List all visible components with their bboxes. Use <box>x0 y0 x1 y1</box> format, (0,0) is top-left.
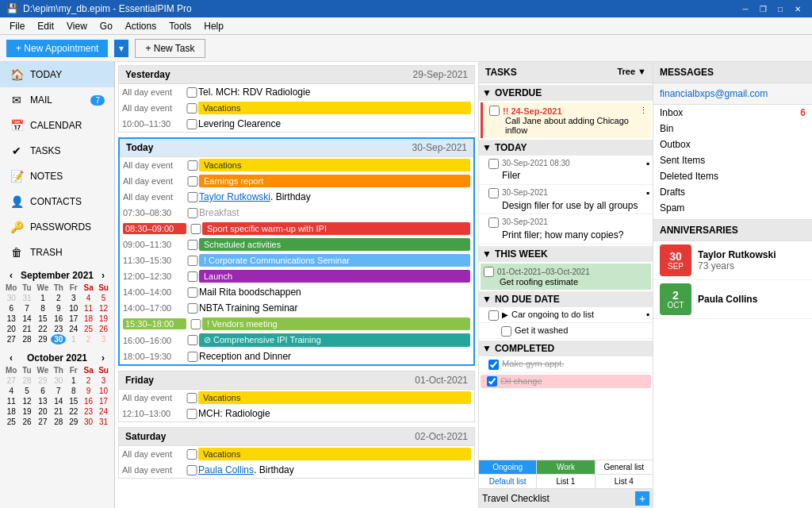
cal-day[interactable]: 6 <box>3 303 20 314</box>
cal-day[interactable]: 22 <box>66 406 81 417</box>
expand-icon[interactable]: ▶ <box>502 310 508 319</box>
event-row[interactable]: 14:00–17:00 NBTA Training Seminar <box>120 300 473 316</box>
new-task-button[interactable]: + New Task <box>135 39 205 58</box>
event-checkbox[interactable] <box>186 192 199 202</box>
task-overdue-action[interactable]: ⋮ <box>639 106 648 116</box>
event-checkbox[interactable] <box>186 208 199 218</box>
anniversary-paula[interactable]: 2 OCT Paula Collins <box>653 280 812 319</box>
task-oil-change[interactable]: Oil change <box>481 375 651 388</box>
tasks-section-today[interactable]: ▼ TODAY <box>479 140 653 156</box>
cal-prev-oct[interactable]: ‹ <box>6 352 16 364</box>
event-row[interactable]: 12:00–12:30 Launch <box>120 268 473 284</box>
cal-day[interactable]: 9 <box>81 386 96 396</box>
cal-day[interactable]: 10 <box>66 303 81 314</box>
cal-day[interactable]: 23 <box>81 406 96 417</box>
msg-drafts[interactable]: Drafts <box>653 184 812 200</box>
tab-work[interactable]: Work <box>537 460 595 474</box>
event-checkbox[interactable] <box>186 103 198 114</box>
event-row[interactable]: All day event Taylor Rutkowski. Birthday <box>120 189 473 205</box>
msg-sent-items[interactable]: Sent Items <box>653 152 812 168</box>
event-row[interactable]: 18:00–19:30 Reception and Dinner <box>120 348 473 364</box>
cal-day[interactable]: 26 <box>96 324 111 334</box>
tab-list4[interactable]: List 4 <box>596 475 653 488</box>
cal-day[interactable]: 26 <box>20 417 35 427</box>
sidebar-item-mail[interactable]: ✉ MAIL 7 <box>0 87 114 113</box>
task-checkbox[interactable] <box>488 310 499 321</box>
tab-default-list[interactable]: Default list <box>479 475 537 488</box>
cal-day[interactable]: 20 <box>34 406 51 417</box>
cal-day[interactable]: 5 <box>96 293 111 303</box>
event-row[interactable]: 16:00–16:00 ⊘ Comprehensive IPI Training <box>120 332 473 348</box>
cal-day[interactable]: 30 <box>3 293 20 303</box>
cal-day[interactable]: 10 <box>96 386 111 396</box>
cal-day[interactable]: 12 <box>96 303 111 314</box>
menu-go[interactable]: Go <box>94 19 119 33</box>
event-checkbox[interactable] <box>186 176 199 187</box>
maximize-button[interactable]: □ <box>772 2 788 15</box>
cal-day[interactable]: 6 <box>34 386 51 396</box>
menu-tools[interactable]: Tools <box>163 19 197 33</box>
birthday-link[interactable]: Taylor Rutkowski <box>199 191 270 202</box>
event-row[interactable]: 07:30–08:30 Breakfast <box>120 205 473 221</box>
cal-day[interactable]: 16 <box>81 396 96 406</box>
restore-button[interactable]: ❐ <box>755 2 771 15</box>
sidebar-item-trash[interactable]: 🗑 TRASH <box>0 240 114 265</box>
cal-day[interactable]: 4 <box>3 386 20 396</box>
event-row[interactable]: All day event Vacations <box>119 446 474 462</box>
cal-day[interactable]: 21 <box>20 324 35 334</box>
cal-day[interactable]: 7 <box>51 386 66 396</box>
event-row[interactable]: All day event Earnings report <box>120 173 473 189</box>
msg-outbox[interactable]: Outbox <box>653 137 812 152</box>
cal-day[interactable]: 7 <box>20 303 35 314</box>
cal-day[interactable]: 4 <box>81 293 96 303</box>
event-checkbox[interactable] <box>186 271 199 282</box>
sidebar-item-passwords[interactable]: 🔑 PASSWORDS <box>0 214 114 240</box>
task-completed-item[interactable]: Make gym appt. <box>479 356 653 372</box>
task-thisweek-checkbox[interactable] <box>484 267 494 277</box>
cal-day[interactable]: 2 <box>81 334 96 344</box>
close-button[interactable]: ✕ <box>790 2 806 15</box>
event-row[interactable]: 11:30–15:30 ! Corporate Communications S… <box>120 252 473 268</box>
sidebar-item-contacts[interactable]: 👤 CONTACTS <box>0 189 114 214</box>
event-checkbox[interactable] <box>186 287 199 298</box>
cal-day[interactable]: 13 <box>34 396 51 406</box>
tasks-tree-btn[interactable]: Tree ▼ <box>617 67 646 78</box>
cal-day[interactable]: 21 <box>51 406 66 417</box>
event-row[interactable]: 15:30–18:00 ! Vendors meeting <box>120 316 473 332</box>
cal-next-sep[interactable]: › <box>98 270 108 281</box>
messages-account[interactable]: financialbxps@gmail.com <box>653 83 812 105</box>
sidebar-item-notes[interactable]: 📝 NOTES <box>0 164 114 189</box>
msg-inbox[interactable]: Inbox 6 <box>653 105 812 121</box>
birthday-link-2[interactable]: Paula Collins <box>198 464 254 475</box>
event-row[interactable]: All day event Tel. MCH: RDV Radiologie <box>119 84 474 100</box>
task-item[interactable]: 30-Sep-2021 08:30 ▪ Filer <box>479 156 653 185</box>
cal-day[interactable]: 8 <box>66 386 81 396</box>
msg-deleted-items[interactable]: Deleted Items <box>653 168 812 184</box>
cal-day[interactable]: 17 <box>96 396 111 406</box>
cal-day[interactable]: 19 <box>20 406 35 417</box>
task-action-icon[interactable]: ▪ <box>646 157 649 171</box>
event-checkbox[interactable] <box>186 119 198 129</box>
cal-day[interactable]: 1 <box>66 375 81 386</box>
event-checkbox[interactable] <box>190 224 202 234</box>
cal-day[interactable]: 30 <box>81 417 96 427</box>
event-checkbox[interactable] <box>186 303 199 314</box>
event-row[interactable]: All day event Vacations <box>120 157 473 173</box>
cal-day[interactable]: 11 <box>81 303 96 314</box>
minimize-button[interactable]: ─ <box>737 2 753 15</box>
tab-general-list[interactable]: General list <box>596 460 653 474</box>
event-checkbox[interactable] <box>186 87 198 98</box>
cal-day[interactable]: 31 <box>96 417 111 427</box>
cal-day[interactable]: 1 <box>66 334 81 344</box>
event-checkbox[interactable] <box>186 240 199 250</box>
task-item[interactable]: 30-Sep-2021 Print filer; how many copies… <box>479 214 653 244</box>
task-done-checkbox[interactable] <box>488 360 499 370</box>
event-row[interactable]: All day event Paula Collins. Birthday <box>119 462 474 478</box>
menu-actions[interactable]: Actions <box>119 19 163 33</box>
cal-day[interactable]: 20 <box>3 324 20 334</box>
task-action-icon[interactable]: ▪ <box>646 187 649 200</box>
cal-day[interactable]: 27 <box>34 417 51 427</box>
sidebar-item-today[interactable]: 🏠 TODAY <box>0 62 114 87</box>
cal-day[interactable]: 23 <box>51 324 66 334</box>
event-row[interactable]: 14:00–14:00 Mail Rita boodschappen <box>120 284 473 300</box>
